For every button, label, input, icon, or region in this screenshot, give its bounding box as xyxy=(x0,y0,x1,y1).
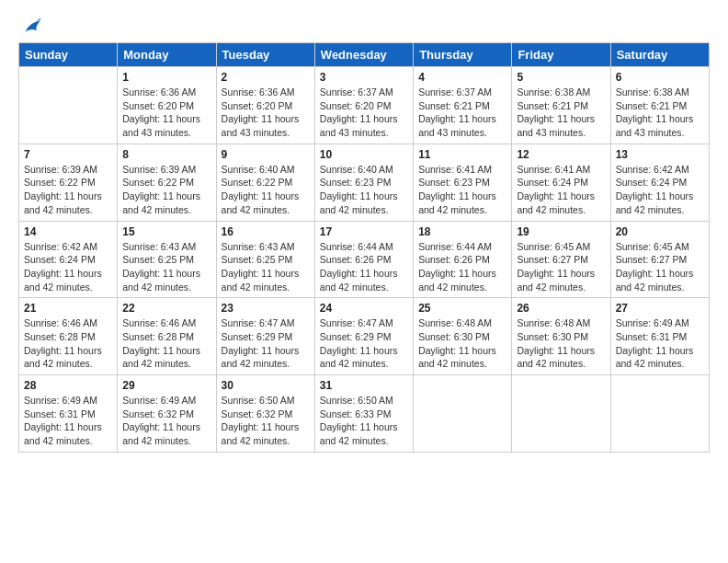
cell-info: Sunrise: 6:48 AM Sunset: 6:30 PM Dayligh… xyxy=(418,316,506,371)
day-number: 16 xyxy=(222,225,310,238)
day-number: 25 xyxy=(418,302,506,315)
logo xyxy=(18,17,41,33)
sunrise-label: Sunrise: 6:36 AM xyxy=(122,86,196,98)
calendar-cell: 9 Sunrise: 6:40 AM Sunset: 6:22 PM Dayli… xyxy=(216,144,314,221)
calendar-cell: 19 Sunrise: 6:45 AM Sunset: 6:27 PM Dayl… xyxy=(512,221,610,298)
cell-info: Sunrise: 6:39 AM Sunset: 6:22 PM Dayligh… xyxy=(24,163,112,217)
calendar-cell: 6 Sunrise: 6:38 AM Sunset: 6:21 PM Dayli… xyxy=(610,67,709,144)
week-row-4: 21 Sunrise: 6:46 AM Sunset: 6:28 PM Dayl… xyxy=(19,298,710,375)
sunset-label: Sunset: 6:23 PM xyxy=(320,177,392,188)
cell-info: Sunrise: 6:39 AM Sunset: 6:22 PM Dayligh… xyxy=(122,163,210,217)
sunset-label: Sunset: 6:32 PM xyxy=(122,408,194,419)
calendar-cell: 5 Sunrise: 6:38 AM Sunset: 6:21 PM Dayli… xyxy=(512,67,610,144)
day-header-thursday: Thursday xyxy=(414,43,512,67)
calendar-cell xyxy=(19,67,118,144)
calendar-cell: 16 Sunrise: 6:43 AM Sunset: 6:25 PM Dayl… xyxy=(216,221,314,298)
cell-info: Sunrise: 6:41 AM Sunset: 6:24 PM Dayligh… xyxy=(517,163,605,217)
sunrise-label: Sunrise: 6:42 AM xyxy=(24,241,97,252)
daylight-label: Daylight: 11 hours and 42 minutes. xyxy=(222,268,300,293)
day-number: 5 xyxy=(517,71,605,84)
sunset-label: Sunset: 6:26 PM xyxy=(320,254,392,265)
sunrise-label: Sunrise: 6:39 AM xyxy=(24,164,97,175)
day-number: 19 xyxy=(517,225,605,238)
sunset-label: Sunset: 6:22 PM xyxy=(122,177,194,188)
sunrise-label: Sunrise: 6:38 AM xyxy=(517,86,590,98)
calendar-cell: 26 Sunrise: 6:48 AM Sunset: 6:30 PM Dayl… xyxy=(512,298,610,375)
cell-info: Sunrise: 6:37 AM Sunset: 6:20 PM Dayligh… xyxy=(320,86,408,140)
daylight-label: Daylight: 11 hours and 42 minutes. xyxy=(122,421,200,446)
daylight-label: Daylight: 11 hours and 42 minutes. xyxy=(320,421,398,446)
day-number: 28 xyxy=(24,379,112,392)
sunset-label: Sunset: 6:22 PM xyxy=(222,177,293,188)
day-number: 17 xyxy=(320,225,408,238)
calendar-cell: 30 Sunrise: 6:50 AM Sunset: 6:32 PM Dayl… xyxy=(216,375,314,453)
daylight-label: Daylight: 11 hours and 42 minutes. xyxy=(517,268,595,293)
sunset-label: Sunset: 6:23 PM xyxy=(418,177,490,188)
calendar-header-row: SundayMondayTuesdayWednesdayThursdayFrid… xyxy=(19,43,710,67)
day-header-saturday: Saturday xyxy=(610,43,709,67)
day-number: 22 xyxy=(122,302,210,315)
day-number: 8 xyxy=(122,148,210,161)
calendar-cell: 20 Sunrise: 6:45 AM Sunset: 6:27 PM Dayl… xyxy=(610,221,709,298)
calendar-table: SundayMondayTuesdayWednesdayThursdayFrid… xyxy=(18,42,710,453)
day-header-sunday: Sunday xyxy=(19,43,118,67)
day-number: 26 xyxy=(517,302,605,315)
calendar-cell xyxy=(414,375,512,453)
daylight-label: Daylight: 11 hours and 42 minutes. xyxy=(24,421,102,446)
sunset-label: Sunset: 6:25 PM xyxy=(222,254,293,265)
day-number: 9 xyxy=(222,148,310,161)
week-row-1: 1 Sunrise: 6:36 AM Sunset: 6:20 PM Dayli… xyxy=(19,67,710,144)
cell-info: Sunrise: 6:44 AM Sunset: 6:26 PM Dayligh… xyxy=(320,240,408,294)
cell-info: Sunrise: 6:45 AM Sunset: 6:27 PM Dayligh… xyxy=(616,240,704,294)
sunset-label: Sunset: 6:27 PM xyxy=(517,254,588,265)
sunrise-label: Sunrise: 6:41 AM xyxy=(418,164,492,175)
calendar-cell: 31 Sunrise: 6:50 AM Sunset: 6:33 PM Dayl… xyxy=(314,375,413,453)
sunrise-label: Sunrise: 6:47 AM xyxy=(222,317,295,328)
calendar-cell: 25 Sunrise: 6:48 AM Sunset: 6:30 PM Dayl… xyxy=(414,298,512,375)
day-header-friday: Friday xyxy=(512,43,610,67)
cell-info: Sunrise: 6:43 AM Sunset: 6:25 PM Dayligh… xyxy=(222,240,310,294)
daylight-label: Daylight: 11 hours and 42 minutes. xyxy=(517,190,595,215)
sunset-label: Sunset: 6:25 PM xyxy=(122,254,194,265)
calendar-cell: 18 Sunrise: 6:44 AM Sunset: 6:26 PM Dayl… xyxy=(414,221,512,298)
cell-info: Sunrise: 6:44 AM Sunset: 6:26 PM Dayligh… xyxy=(418,240,506,294)
cell-info: Sunrise: 6:40 AM Sunset: 6:23 PM Dayligh… xyxy=(320,163,408,217)
cell-info: Sunrise: 6:49 AM Sunset: 6:31 PM Dayligh… xyxy=(24,394,112,448)
day-number: 3 xyxy=(320,71,408,84)
sunrise-label: Sunrise: 6:42 AM xyxy=(616,164,689,175)
sunset-label: Sunset: 6:21 PM xyxy=(616,100,688,111)
day-number: 12 xyxy=(517,148,605,161)
cell-info: Sunrise: 6:43 AM Sunset: 6:25 PM Dayligh… xyxy=(122,240,210,294)
sunset-label: Sunset: 6:33 PM xyxy=(320,408,392,419)
sunset-label: Sunset: 6:24 PM xyxy=(616,177,688,188)
calendar-cell: 27 Sunrise: 6:49 AM Sunset: 6:31 PM Dayl… xyxy=(610,298,709,375)
sunrise-label: Sunrise: 6:40 AM xyxy=(222,164,295,175)
calendar-cell: 14 Sunrise: 6:42 AM Sunset: 6:24 PM Dayl… xyxy=(19,221,118,298)
sunset-label: Sunset: 6:20 PM xyxy=(222,100,293,111)
sunset-label: Sunset: 6:21 PM xyxy=(418,100,490,111)
calendar-cell: 21 Sunrise: 6:46 AM Sunset: 6:28 PM Dayl… xyxy=(19,298,118,375)
calendar-cell: 11 Sunrise: 6:41 AM Sunset: 6:23 PM Dayl… xyxy=(414,144,512,221)
day-header-monday: Monday xyxy=(118,43,216,67)
sunrise-label: Sunrise: 6:50 AM xyxy=(320,395,393,406)
daylight-label: Daylight: 11 hours and 42 minutes. xyxy=(24,345,102,370)
daylight-label: Daylight: 11 hours and 42 minutes. xyxy=(122,345,200,370)
day-number: 6 xyxy=(616,71,704,84)
day-number: 27 xyxy=(616,302,704,315)
day-number: 20 xyxy=(616,225,704,238)
cell-info: Sunrise: 6:38 AM Sunset: 6:21 PM Dayligh… xyxy=(517,86,605,140)
sunset-label: Sunset: 6:20 PM xyxy=(122,100,194,111)
sunrise-label: Sunrise: 6:49 AM xyxy=(122,395,196,406)
calendar-cell xyxy=(512,375,610,453)
daylight-label: Daylight: 11 hours and 42 minutes. xyxy=(418,345,496,370)
cell-info: Sunrise: 6:36 AM Sunset: 6:20 PM Dayligh… xyxy=(222,86,310,140)
day-number: 14 xyxy=(24,225,112,238)
sunrise-label: Sunrise: 6:37 AM xyxy=(320,86,393,98)
calendar-cell: 8 Sunrise: 6:39 AM Sunset: 6:22 PM Dayli… xyxy=(118,144,216,221)
sunrise-label: Sunrise: 6:43 AM xyxy=(122,241,196,252)
sunset-label: Sunset: 6:24 PM xyxy=(24,254,96,265)
sunrise-label: Sunrise: 6:47 AM xyxy=(320,317,393,328)
day-number: 2 xyxy=(222,71,310,84)
header xyxy=(18,17,710,33)
daylight-label: Daylight: 11 hours and 42 minutes. xyxy=(517,345,595,370)
